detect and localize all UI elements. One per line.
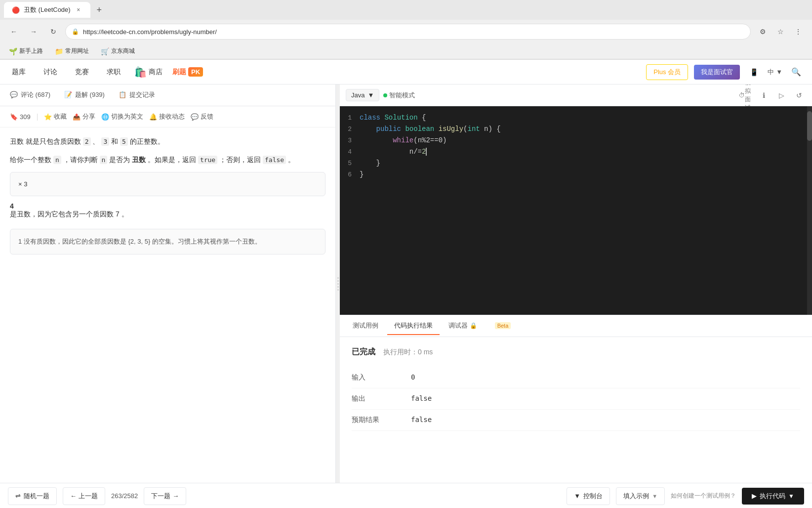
tab-submissions[interactable]: 📋 提交记录 [113, 86, 161, 104]
ai-mode-toggle[interactable]: 智能模式 [383, 91, 415, 100]
menu-icon[interactable]: ⋮ [790, 24, 806, 40]
nav-求职[interactable]: 求职 [103, 66, 124, 79]
lang-selector-dropdown[interactable]: Java ▼ [346, 89, 379, 101]
nav-题库[interactable]: 题库 [8, 66, 30, 79]
browser-chrome: 🔴 丑数 (LeetCode) × + ← → ↻ 🔒 https://leet… [0, 0, 812, 60]
brand-pk-logo[interactable]: 刷题 PK [172, 67, 203, 77]
star-icon: ⭐ [44, 113, 52, 121]
meta-share[interactable]: 📤 分享 [73, 112, 95, 121]
bottom-panel: 测试用例 代码执行结果 调试器 🔒 Beta 已完成 [340, 315, 812, 483]
url-text: https://leetcode-cn.com/problems/ugly-nu… [83, 28, 744, 36]
problem-meta: 🔖 309 | ⭐ 收藏 📤 分享 🌐 切换为英文 [0, 106, 335, 127]
run-icon[interactable]: ▷ [774, 88, 788, 102]
lock-icon: 🔒 [72, 28, 79, 35]
output-label: 输出 [352, 394, 391, 403]
bookmark-label: 新手上路 [19, 47, 43, 55]
lang-selector[interactable]: 中 ▼ [768, 68, 782, 77]
nav-shop[interactable]: 商店 [149, 68, 162, 77]
meta-switch-lang[interactable]: 🌐 切换为英文 [101, 112, 143, 121]
code-lines: 1 class Solution { 2 public boolean isUg… [340, 106, 812, 186]
forward-button[interactable]: → [26, 24, 41, 40]
bell-icon: 🔔 [149, 113, 157, 121]
code-line-6: 6 } [340, 169, 812, 180]
comments-icon: 💬 [10, 91, 18, 98]
nav-讨论[interactable]: 讨论 [40, 66, 61, 79]
code-line-5: 5 } [340, 158, 812, 169]
interview-button[interactable]: 我是面试官 [694, 65, 740, 80]
result-row-expected: 预期结果 false [352, 410, 800, 431]
problem-content[interactable]: 🔖 309 | ⭐ 收藏 📤 分享 🌐 切换为英文 [0, 106, 335, 483]
run-button[interactable]: ▶ 执行代码 ▼ [742, 488, 804, 505]
new-tab-button[interactable]: + [92, 3, 106, 17]
scrollbar-thumb[interactable] [807, 111, 812, 141]
bookmark-common[interactable]: 📁 常用网址 [52, 46, 92, 56]
random-button[interactable]: ⇌ 随机一题 [8, 487, 57, 505]
bookmark-newuser[interactable]: 🌱 新手上路 [6, 46, 46, 56]
nav-竞赛[interactable]: 竞赛 [71, 66, 93, 79]
tab-close-button[interactable]: × [75, 6, 82, 14]
tab-solutions[interactable]: 📝 题解 (939) [58, 86, 111, 104]
back-button[interactable]: ← [6, 24, 22, 40]
plus-button[interactable]: Plus 会员 [646, 64, 688, 80]
newuser-icon: 🌱 [9, 47, 17, 55]
settings-icon[interactable]: ↺ [792, 88, 806, 102]
tab-comments[interactable]: 💬 评论 (687) [4, 86, 56, 104]
nav-right: Plus 会员 我是面试官 📱 中 ▼ 🔍 [646, 64, 804, 80]
fill-example-button[interactable]: 填入示例 ▼ [616, 487, 665, 505]
output-value: false [411, 394, 432, 402]
result-area: 已完成 执行用时：0 ms 输入 0 输出 false 预期结果 false [340, 337, 812, 483]
tab-beta[interactable]: Beta [486, 318, 518, 334]
status-label: 已完成 [352, 347, 375, 357]
meta-bookmark-num[interactable]: 🔖 309 [10, 113, 31, 121]
submissions-icon: 📋 [119, 91, 126, 98]
editor-right-icons: ⏱ 模拟面试 ℹ ▷ ↺ [739, 88, 806, 102]
run-play-icon: ▶ [752, 492, 757, 500]
extensions-icon[interactable]: ⚙ [755, 24, 771, 40]
bookmark-icon[interactable]: ☆ [772, 24, 788, 40]
problem-body: 丑数 就是只包含质因数 2 、 3 和 5 的正整数。 给你一个整数 n ，请你… [0, 127, 335, 262]
console-icon: ▼ [574, 492, 580, 500]
beta-badge: Beta [495, 322, 511, 329]
tab-debugger[interactable]: 调试器 🔒 [442, 317, 484, 335]
address-bar[interactable]: 🔒 https://leetcode-cn.com/problems/ugly-… [65, 24, 751, 40]
editor-scrollbar[interactable] [807, 106, 812, 315]
tab-result[interactable]: 代码执行结果 [387, 317, 440, 335]
vertical-divider[interactable] [336, 85, 340, 483]
meta-feedback[interactable]: 💬 反馈 [191, 112, 213, 121]
code-editor[interactable]: 1 class Solution { 2 public boolean isUg… [340, 106, 812, 315]
folder-icon: 📁 [55, 47, 63, 55]
meta-collect[interactable]: ⭐ 收藏 [44, 112, 67, 121]
editor-toolbar: Java ▼ 智能模式 ⏱ 模拟面试 ℹ ▷ ↺ [340, 85, 812, 106]
editor-panel: Java ▼ 智能模式 ⏱ 模拟面试 ℹ ▷ ↺ [340, 85, 812, 483]
device-icon[interactable]: 📱 [746, 64, 762, 80]
next-button[interactable]: 下一题 → [144, 487, 186, 505]
brand-area[interactable]: 🛍️ 商店 [134, 66, 162, 78]
bookmark-label: 京东商城 [111, 47, 135, 55]
code-line-4: 4 n/=2 [340, 146, 812, 158]
bottom-tabs: 测试用例 代码执行结果 调试器 🔒 Beta [340, 315, 812, 337]
prev-button[interactable]: ← 上一题 [63, 487, 105, 505]
info-icon[interactable]: ℹ [757, 88, 771, 102]
active-tab[interactable]: 🔴 丑数 (LeetCode) × [4, 2, 90, 18]
search-nav-icon[interactable]: 🔍 [788, 64, 804, 80]
problem-line-1: 丑数 就是只包含质因数 2 、 3 和 5 的正整数。 [10, 135, 325, 148]
submissions-label: 提交记录 [129, 90, 155, 99]
tab-testcase[interactable]: 测试用例 [346, 317, 385, 335]
bottom-bar-left: ⇌ 随机一题 ← 上一题 263/2582 下一题 → [8, 487, 186, 505]
console-button[interactable]: ▼ 控制台 [567, 487, 610, 505]
next-icon: → [172, 492, 179, 500]
share-icon: 📤 [73, 113, 81, 121]
simulate-label[interactable]: ⏱ 模拟面试 [739, 88, 753, 102]
bookmark-jd[interactable]: 🛒 京东商城 [98, 46, 138, 56]
problem-description: 丑数 就是只包含质因数 2 、 3 和 5 的正整数。 给你一个整数 n ，请你… [10, 135, 325, 166]
bookmark-label: 常用网址 [65, 47, 89, 55]
code-line-2: 2 public boolean isUgly(int n) { [340, 124, 812, 135]
random-icon: ⇌ [15, 492, 21, 500]
problem-panel: 💬 评论 (687) 📝 题解 (939) 📋 提交记录 🔖 [0, 85, 336, 483]
bookmark-num-icon: 🔖 [10, 113, 18, 121]
refresh-button[interactable]: ↻ [45, 24, 61, 40]
tab-title: 丑数 (LeetCode) [24, 5, 71, 14]
lang-name: Java [351, 91, 365, 99]
example-note: 4 是丑数，因为它包含另一个质因数 7 。 [10, 202, 325, 219]
meta-subscribe[interactable]: 🔔 接收动态 [149, 112, 185, 121]
